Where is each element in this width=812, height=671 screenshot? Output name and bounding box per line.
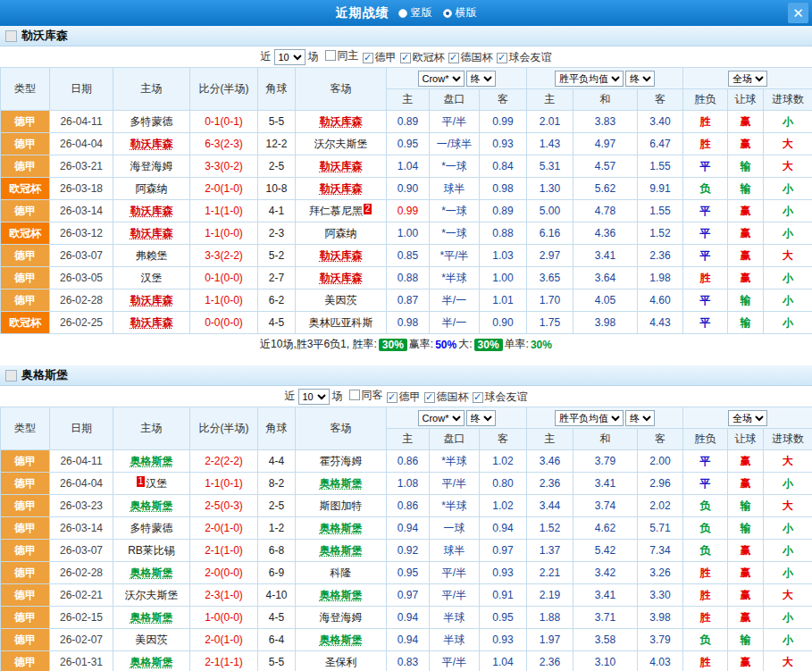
team-link[interactable]: 奥格斯堡 <box>320 544 363 557</box>
radio-horizontal[interactable]: 横版 <box>443 5 477 21</box>
filter-checkbox[interactable]: 同客 <box>349 388 383 403</box>
europe-odds-select[interactable]: 胜平负均值 <box>555 71 624 87</box>
filter-checkbox[interactable]: 德甲 <box>387 390 421 405</box>
checkbox-icon[interactable] <box>363 53 373 63</box>
filter-checkbox[interactable]: 同主 <box>325 48 359 63</box>
match-date-cell: 26-03-14 <box>50 200 113 222</box>
corner-cell: 6-9 <box>258 562 296 584</box>
checkbox-icon[interactable] <box>473 392 483 403</box>
team-link[interactable]: 圣保利 <box>325 656 357 668</box>
summary-part: 单率: <box>505 337 529 352</box>
team-link[interactable]: 多特蒙德 <box>130 522 173 534</box>
home-team-cell: 多特蒙德 <box>113 517 190 540</box>
team-link[interactable]: 勒沃库森 <box>130 227 173 239</box>
team-link[interactable]: 勒沃库森 <box>130 294 173 306</box>
goals-cell: 小 <box>764 629 812 651</box>
checkbox-icon[interactable] <box>448 53 459 63</box>
column-header: 比分(半场) <box>190 68 258 111</box>
team-link[interactable]: 美因茨 <box>136 633 168 646</box>
team-link[interactable]: 汉堡 <box>146 477 167 490</box>
europe-odds-select[interactable]: 胜平负均值 <box>555 410 624 426</box>
team-link[interactable]: 多特蒙德 <box>130 115 173 128</box>
match-date-cell: 26-03-23 <box>50 495 113 517</box>
home-team-cell: RB莱比锡 <box>113 540 190 562</box>
team-link[interactable]: 奥格斯堡 <box>320 477 363 490</box>
scope-select[interactable]: 全场 <box>728 71 767 87</box>
team-link[interactable]: 勒沃库森 <box>130 138 173 150</box>
score-cell: 1-1(0-0) <box>190 289 258 312</box>
score-cell: 2-0(1-0) <box>190 629 258 651</box>
filter-checkbox[interactable]: 德甲 <box>363 50 397 65</box>
close-icon[interactable]: ✕ <box>788 3 808 23</box>
odds-company-select[interactable]: 终 <box>466 71 496 87</box>
team-link[interactable]: 海登海姆 <box>130 160 173 172</box>
team-link[interactable]: 奥格斯堡 <box>130 611 173 624</box>
filter-checkboxes: 同客德甲德国杯球会友谊 <box>346 388 528 406</box>
match-count-select[interactable]: 10 <box>274 49 306 65</box>
team-link[interactable]: 奥格斯堡 <box>130 455 173 467</box>
filter-checkbox[interactable]: 球会友谊 <box>473 390 528 405</box>
sub-column-header: 主 <box>527 89 573 111</box>
team-link[interactable]: 奥格斯堡 <box>320 633 363 646</box>
match-count-select[interactable]: 10 <box>298 389 330 405</box>
team-link[interactable]: 勒沃库森 <box>320 272 363 284</box>
team-link[interactable]: 沃尔夫斯堡 <box>125 589 179 601</box>
match-row: 德甲26-02-15奥格斯堡1-0(0-0)4-5海登海姆0.94半球0.951… <box>1 607 812 629</box>
team-link[interactable]: RB莱比锡 <box>128 544 175 557</box>
europe-odds-cell: 9.91 <box>638 178 683 200</box>
team-link[interactable]: 勒沃库森 <box>320 182 363 195</box>
team-link[interactable]: 勒沃库森 <box>130 316 173 329</box>
team-link[interactable]: 勒沃库森 <box>320 115 363 128</box>
team-link[interactable]: 奥格斯堡 <box>130 656 173 668</box>
filter-checkbox[interactable]: 德国杯 <box>424 390 469 405</box>
away-team-cell: 奥格斯堡 <box>296 584 387 607</box>
europe-odds-select[interactable]: 终 <box>625 410 655 426</box>
checkbox-icon[interactable] <box>349 390 360 400</box>
score-cell: 2-5(0-3) <box>190 495 258 517</box>
home-team-cell: 多特蒙德 <box>113 111 190 133</box>
team-link[interactable]: 奥格斯堡 <box>320 522 363 534</box>
radio-label: 竖版 <box>411 5 432 21</box>
odds-company-select[interactable]: Crow* <box>418 71 465 87</box>
team-link[interactable]: 勒沃库森 <box>320 249 363 262</box>
match-row: 德甲26-02-28勒沃库森1-1(0-0)6-2美因茨0.87半/一1.011… <box>1 289 812 312</box>
team-link[interactable]: 汉堡 <box>141 272 163 284</box>
team-link[interactable]: 霍芬海姆 <box>320 455 363 467</box>
team-link[interactable]: 美因茨 <box>325 294 357 306</box>
europe-odds-select[interactable]: 终 <box>625 71 655 87</box>
goals-cell: 小 <box>764 178 812 200</box>
handicap-odds-cell: 0.87 <box>387 289 430 312</box>
team-link[interactable]: 科隆 <box>331 566 352 579</box>
checkbox-icon[interactable] <box>400 53 411 63</box>
team-link[interactable]: 拜仁慕尼黑 <box>309 205 363 217</box>
checkbox-icon[interactable] <box>325 50 336 61</box>
league-type-cell: 德甲 <box>1 450 50 473</box>
radio-vertical[interactable]: 竖版 <box>398 5 432 21</box>
team-link[interactable]: 沃尔夫斯堡 <box>314 138 368 150</box>
filter-checkbox[interactable]: 球会友谊 <box>497 50 552 65</box>
team-link[interactable]: 奥格斯堡 <box>320 589 363 601</box>
sub-column-header: 盘口 <box>430 429 480 450</box>
scope-select[interactable]: 全场 <box>728 410 767 426</box>
team-link[interactable]: 奥林匹亚科斯 <box>309 316 373 329</box>
team-link[interactable]: 勒沃库森 <box>320 160 363 172</box>
team-link[interactable]: 奥格斯堡 <box>130 566 173 579</box>
filter-checkbox[interactable]: 欧冠杯 <box>400 50 445 65</box>
team-link[interactable]: 海登海姆 <box>320 611 363 624</box>
team-link[interactable]: 阿森纳 <box>325 227 357 239</box>
team-link[interactable]: 斯图加特 <box>320 499 363 512</box>
team-link[interactable]: 阿森纳 <box>136 182 168 195</box>
team-link[interactable]: 勒沃库森 <box>130 205 173 217</box>
team-link[interactable]: 弗赖堡 <box>136 249 168 262</box>
corner-cell: 1-2 <box>258 517 296 540</box>
handicap-odds-cell: 0.93 <box>480 629 527 651</box>
corner-cell: 5-5 <box>258 111 296 133</box>
checkbox-icon[interactable] <box>424 392 435 403</box>
filter-checkbox[interactable]: 德国杯 <box>448 50 493 65</box>
checkbox-icon[interactable] <box>387 392 398 403</box>
team-link[interactable]: 奥格斯堡 <box>130 499 173 512</box>
odds-company-select[interactable]: Crow* <box>418 410 465 426</box>
league-type-cell: 德甲 <box>1 245 50 267</box>
odds-company-select[interactable]: 终 <box>466 410 496 426</box>
checkbox-icon[interactable] <box>497 53 507 63</box>
